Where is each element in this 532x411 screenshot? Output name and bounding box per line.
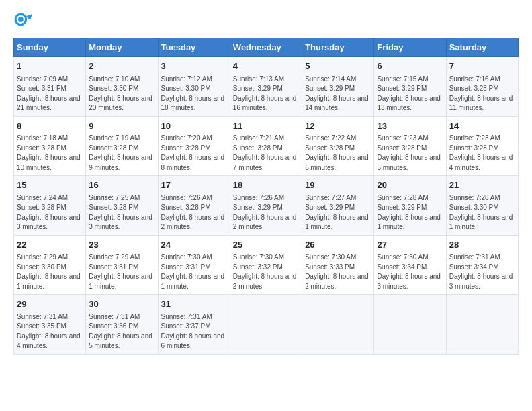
day-number: 13 xyxy=(377,120,443,132)
sunrise: Sunrise: 7:16 AM xyxy=(449,75,500,83)
day-number: 29 xyxy=(17,298,83,310)
day-number: 19 xyxy=(305,179,371,191)
sunrise: Sunrise: 7:28 AM xyxy=(377,194,428,201)
calendar-cell: 3 Sunrise: 7:12 AM Sunset: 3:30 PM Dayli… xyxy=(158,57,230,117)
day-number: 28 xyxy=(449,239,515,251)
calendar-cell: 27 Sunrise: 7:30 AM Sunset: 3:34 PM Dayl… xyxy=(374,235,446,295)
day-number: 17 xyxy=(161,179,227,191)
sunrise: Sunrise: 7:26 AM xyxy=(161,194,212,201)
calendar-cell: 20 Sunrise: 7:28 AM Sunset: 3:29 PM Dayl… xyxy=(374,176,446,236)
sunset: Sunset: 3:30 PM xyxy=(89,85,138,92)
daylight: Daylight: 8 hours and 20 minutes. xyxy=(89,95,152,112)
sunset: Sunset: 3:34 PM xyxy=(449,263,499,271)
daylight: Daylight: 8 hours and 2 minutes. xyxy=(233,273,297,290)
sunrise: Sunrise: 7:31 AM xyxy=(161,313,212,320)
day-number: 22 xyxy=(17,239,83,251)
day-number: 23 xyxy=(89,239,154,251)
sunset: Sunset: 3:35 PM xyxy=(17,322,66,330)
daylight: Daylight: 8 hours and 3 minutes. xyxy=(449,273,513,290)
sunset: Sunset: 3:28 PM xyxy=(305,144,355,152)
sunset: Sunset: 3:31 PM xyxy=(161,263,211,271)
calendar-cell: 15 Sunrise: 7:24 AM Sunset: 3:28 PM Dayl… xyxy=(14,176,86,236)
day-number: 9 xyxy=(89,120,154,132)
sunrise: Sunrise: 7:12 AM xyxy=(161,75,212,83)
sunset: Sunset: 3:28 PM xyxy=(233,144,283,152)
day-number: 18 xyxy=(233,179,299,191)
daylight: Daylight: 8 hours and 1 minute. xyxy=(449,214,513,231)
calendar-cell: 17 Sunrise: 7:26 AM Sunset: 3:28 PM Dayl… xyxy=(158,176,230,236)
sunset: Sunset: 3:37 PM xyxy=(161,322,211,330)
sunset: Sunset: 3:29 PM xyxy=(377,85,427,92)
sunrise: Sunrise: 7:14 AM xyxy=(305,75,356,83)
calendar-week-row: 22 Sunrise: 7:29 AM Sunset: 3:30 PM Dayl… xyxy=(14,235,519,295)
sunrise: Sunrise: 7:27 AM xyxy=(305,194,356,201)
calendar-cell: 12 Sunrise: 7:22 AM Sunset: 3:28 PM Dayl… xyxy=(302,116,374,176)
day-number: 7 xyxy=(449,60,515,73)
daylight: Daylight: 8 hours and 6 minutes. xyxy=(305,154,369,171)
svg-point-2 xyxy=(18,17,24,22)
calendar-cell: 21 Sunrise: 7:28 AM Sunset: 3:30 PM Dayl… xyxy=(446,176,518,236)
daylight: Daylight: 8 hours and 3 minutes. xyxy=(377,273,441,290)
calendar-cell: 22 Sunrise: 7:29 AM Sunset: 3:30 PM Dayl… xyxy=(14,235,86,295)
page: SundayMondayTuesdayWednesdayThursdayFrid… xyxy=(0,0,532,411)
daylight: Daylight: 8 hours and 2 minutes. xyxy=(233,214,297,231)
header-row: SundayMondayTuesdayWednesdayThursdayFrid… xyxy=(14,38,519,57)
calendar-cell: 11 Sunrise: 7:21 AM Sunset: 3:28 PM Dayl… xyxy=(230,116,302,176)
daylight: Daylight: 8 hours and 6 minutes. xyxy=(161,332,225,350)
calendar-cell: 1 Sunrise: 7:09 AM Sunset: 3:31 PM Dayli… xyxy=(14,57,86,117)
sunset: Sunset: 3:28 PM xyxy=(89,203,138,211)
day-number: 30 xyxy=(89,298,154,310)
header-day: Friday xyxy=(374,38,446,57)
logo xyxy=(13,12,35,31)
calendar-cell: 6 Sunrise: 7:15 AM Sunset: 3:29 PM Dayli… xyxy=(374,57,446,117)
daylight: Daylight: 8 hours and 8 minutes. xyxy=(161,154,225,171)
sunrise: Sunrise: 7:23 AM xyxy=(449,134,500,142)
sunrise: Sunrise: 7:31 AM xyxy=(89,313,140,320)
day-number: 20 xyxy=(377,179,443,191)
sunrise: Sunrise: 7:19 AM xyxy=(89,134,140,142)
daylight: Daylight: 8 hours and 1 minute. xyxy=(89,273,152,290)
calendar-week-row: 8 Sunrise: 7:18 AM Sunset: 3:28 PM Dayli… xyxy=(14,116,519,176)
calendar-cell: 5 Sunrise: 7:14 AM Sunset: 3:29 PM Dayli… xyxy=(302,57,374,117)
calendar-cell: 10 Sunrise: 7:20 AM Sunset: 3:28 PM Dayl… xyxy=(158,116,230,176)
header-day: Monday xyxy=(86,38,158,57)
day-number: 25 xyxy=(233,239,299,251)
daylight: Daylight: 8 hours and 13 minutes. xyxy=(377,95,441,112)
day-number: 3 xyxy=(161,60,227,73)
sunset: Sunset: 3:30 PM xyxy=(449,203,499,211)
header-day: Saturday xyxy=(446,38,518,57)
daylight: Daylight: 8 hours and 11 minutes. xyxy=(449,95,513,112)
day-number: 16 xyxy=(89,179,154,191)
sunset: Sunset: 3:34 PM xyxy=(377,263,427,271)
calendar-cell: 18 Sunrise: 7:26 AM Sunset: 3:29 PM Dayl… xyxy=(230,176,302,236)
day-number: 8 xyxy=(17,120,83,132)
sunset: Sunset: 3:28 PM xyxy=(161,203,211,211)
sunrise: Sunrise: 7:15 AM xyxy=(377,75,428,83)
sunset: Sunset: 3:29 PM xyxy=(305,85,355,92)
sunrise: Sunrise: 7:31 AM xyxy=(17,313,68,320)
daylight: Daylight: 8 hours and 1 minute. xyxy=(161,273,225,290)
calendar-cell xyxy=(302,295,374,355)
sunset: Sunset: 3:28 PM xyxy=(449,85,499,92)
daylight: Daylight: 8 hours and 21 minutes. xyxy=(17,95,81,112)
sunset: Sunset: 3:29 PM xyxy=(377,203,427,211)
sunset: Sunset: 3:31 PM xyxy=(89,263,138,271)
sunrise: Sunrise: 7:29 AM xyxy=(89,253,140,261)
daylight: Daylight: 8 hours and 9 minutes. xyxy=(89,154,152,171)
calendar-cell: 9 Sunrise: 7:19 AM Sunset: 3:28 PM Dayli… xyxy=(86,116,158,176)
daylight: Daylight: 8 hours and 4 minutes. xyxy=(17,332,81,350)
day-number: 27 xyxy=(377,239,443,251)
header-day: Thursday xyxy=(302,38,374,57)
logo-icon xyxy=(13,12,32,31)
sunrise: Sunrise: 7:26 AM xyxy=(233,194,284,201)
day-number: 1 xyxy=(17,60,83,73)
sunset: Sunset: 3:28 PM xyxy=(161,144,211,152)
sunrise: Sunrise: 7:29 AM xyxy=(17,253,68,261)
day-number: 31 xyxy=(161,298,227,310)
sunset: Sunset: 3:28 PM xyxy=(17,144,66,152)
day-number: 21 xyxy=(449,179,515,191)
calendar-table: SundayMondayTuesdayWednesdayThursdayFrid… xyxy=(13,38,519,355)
sunset: Sunset: 3:28 PM xyxy=(377,144,427,152)
daylight: Daylight: 8 hours and 14 minutes. xyxy=(305,95,369,112)
sunrise: Sunrise: 7:09 AM xyxy=(17,75,68,83)
